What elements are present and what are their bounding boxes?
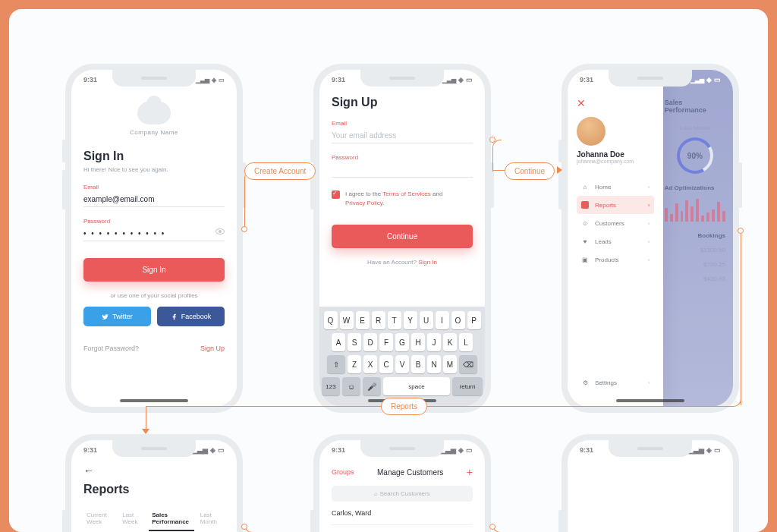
key-W[interactable]: W	[340, 311, 354, 329]
add-icon[interactable]: +	[467, 466, 473, 478]
company-name: Company Name	[83, 129, 225, 136]
search-input[interactable]: ⌕ Search Customers	[332, 486, 473, 502]
phone-customers: 9:31▁▃▅◈▭ Groups Manage Customers + ⌕ Se…	[313, 434, 491, 532]
tab-sales-performance[interactable]: Sales Performance	[149, 507, 194, 531]
key-space[interactable]: space	[383, 377, 450, 395]
progress-ring: 90%	[672, 134, 717, 178]
key-emoji[interactable]: ☺	[342, 377, 360, 395]
nav-item-customers[interactable]: ☺Customers›	[577, 214, 654, 232]
password-field[interactable]: • • • • • • • • • • •	[83, 225, 225, 241]
key-return[interactable]: return	[452, 377, 483, 395]
groups-link[interactable]: Groups	[332, 468, 354, 476]
key-M[interactable]: M	[443, 355, 457, 373]
nav-item-reports[interactable]: Reports›	[577, 196, 654, 214]
keyboard[interactable]: QWERTYUIOP ASDFGHJKL ⇧ ZXCVBNM ⌫ 123 ☺ 🎤…	[319, 307, 485, 407]
phone-reports: 9:31▁▃▅◈▭ ← Reports Current WeekLast Wee…	[65, 434, 243, 532]
page-title: Reports	[83, 483, 225, 496]
key-mic[interactable]: 🎤	[363, 377, 381, 395]
page-subtitle: Hi there! Nice to see you again.	[83, 166, 225, 173]
key-Z[interactable]: Z	[348, 355, 361, 373]
privacy-link[interactable]: Privacy Policy	[345, 200, 382, 206]
flow-canvas: 9:31 ▁▃▅◈▭ Company Name Sign In Hi there…	[9, 9, 768, 532]
terms-checkbox[interactable]	[332, 190, 340, 199]
key-V[interactable]: V	[395, 355, 409, 373]
twitter-icon	[102, 313, 109, 320]
key-J[interactable]: J	[427, 333, 441, 351]
email-field[interactable]: example@email.com	[83, 190, 225, 207]
key-G[interactable]: G	[395, 333, 409, 351]
cloud-icon	[137, 102, 171, 124]
twitter-button[interactable]: Twitter	[83, 307, 151, 326]
customer-row[interactable]: Johnnie, Kelly	[332, 525, 473, 532]
key-backspace[interactable]: ⌫	[459, 355, 477, 373]
signin-link[interactable]: Sign In	[418, 259, 437, 266]
nav-item-products[interactable]: ▣Products›	[577, 250, 654, 269]
back-arrow-icon[interactable]: ←	[83, 464, 225, 477]
nav-item-settings[interactable]: ⚙ Settings ›	[577, 373, 654, 392]
nav-item-leads[interactable]: ♥Leads›	[577, 232, 654, 250]
password-field[interactable]	[332, 161, 473, 178]
key-123[interactable]: 123	[322, 377, 340, 395]
overlay-section-ad: Ad Optimizations	[665, 184, 725, 191]
have-account-text: Have an Account? Sign In	[332, 259, 473, 266]
overlay-amount: $720.25	[665, 261, 725, 268]
phone-drawer: 9:31▁▃▅◈▭ Sales Performance Last Month 9…	[562, 64, 739, 413]
phone-signin: 9:31 ▁▃▅◈▭ Company Name Sign In Hi there…	[65, 64, 243, 413]
leads-icon: ♥	[581, 238, 589, 245]
key-H[interactable]: H	[411, 333, 425, 351]
key-B[interactable]: B	[411, 355, 425, 373]
key-N[interactable]: N	[427, 355, 441, 373]
key-U[interactable]: U	[420, 311, 433, 329]
key-K[interactable]: K	[443, 333, 457, 351]
tab-current-week[interactable]: Current Week	[83, 507, 116, 531]
key-F[interactable]: F	[379, 333, 393, 351]
home-icon: ⌂	[581, 183, 589, 190]
tab-row: Current WeekLast WeekSales PerformanceLa…	[83, 507, 225, 531]
flow-pill-reports: Reports	[381, 398, 427, 415]
forgot-password-link[interactable]: Forgot Password?	[83, 345, 139, 352]
key-C[interactable]: C	[379, 355, 393, 373]
user-name: Johanna Doe	[577, 150, 654, 159]
key-O[interactable]: O	[451, 311, 465, 329]
signup-link[interactable]: Sign Up	[200, 345, 225, 352]
phone-blank: 9:31▁▃▅◈▭	[562, 434, 739, 532]
overlay-section-bookings: Bookings	[665, 232, 725, 239]
terms-link[interactable]: Terms of Services	[382, 190, 431, 197]
key-X[interactable]: X	[363, 355, 377, 373]
overlay-amount: $420.93	[665, 275, 725, 282]
close-icon[interactable]: ✕	[577, 97, 654, 109]
key-shift[interactable]: ⇧	[327, 355, 345, 373]
key-R[interactable]: R	[372, 311, 385, 329]
customer-row[interactable]: Carlos, Ward	[332, 502, 473, 525]
status-time: 9:31	[83, 76, 97, 83]
key-E[interactable]: E	[356, 311, 370, 329]
kbd-row-2: ASDFGHJKL	[322, 333, 483, 351]
key-T[interactable]: T	[388, 311, 401, 329]
facebook-button[interactable]: Facebook	[157, 307, 225, 326]
continue-button[interactable]: Continue	[332, 225, 473, 248]
key-I[interactable]: I	[436, 311, 449, 329]
email-label: Email	[83, 184, 225, 190]
user-email: johanna@company.com	[577, 159, 654, 164]
key-Y[interactable]: Y	[404, 311, 417, 329]
nav-item-home[interactable]: ⌂Home›	[577, 178, 654, 196]
key-A[interactable]: A	[332, 333, 345, 351]
email-field[interactable]: Your email address	[332, 127, 473, 143]
key-P[interactable]: P	[467, 311, 481, 329]
eye-icon[interactable]	[215, 228, 225, 235]
page-title: Sign In	[83, 150, 225, 163]
customers-icon: ☺	[581, 219, 589, 227]
tab-last-month[interactable]: Last Month	[197, 507, 225, 531]
tab-last-week[interactable]: Last Week	[119, 507, 146, 531]
key-D[interactable]: D	[363, 333, 377, 351]
key-L[interactable]: L	[459, 333, 473, 351]
overlay-amount: $1300.50	[665, 247, 725, 253]
key-S[interactable]: S	[348, 333, 361, 351]
phone-signup: 9:31▁▃▅◈▭ Sign Up Email Your email addre…	[313, 64, 491, 413]
avatar[interactable]	[577, 117, 606, 146]
page-title: Sign Up	[332, 96, 473, 109]
signin-button[interactable]: Sign In	[83, 258, 225, 282]
kbd-row-3: ⇧ ZXCVBNM ⌫	[322, 355, 483, 373]
page-title: Manage Customers	[377, 468, 443, 477]
key-Q[interactable]: Q	[324, 311, 338, 329]
